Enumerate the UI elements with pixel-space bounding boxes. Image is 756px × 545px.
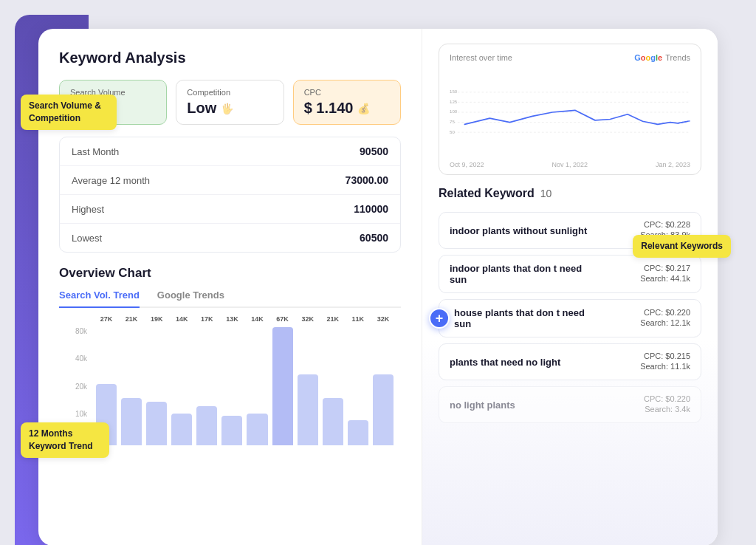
keyword-search-5: Search: 3.4k: [644, 405, 690, 414]
bar-11[interactable]: 11K: [348, 327, 368, 445]
x-label-nov: Nov 1, 2022: [551, 161, 588, 168]
svg-text:100: 100: [450, 109, 458, 114]
keyword-item-3: + house plants that don t need sun CPC: …: [439, 299, 701, 337]
keyword-meta-3: CPC: $0.220 Search: 12.1k: [640, 308, 690, 329]
keyword-analysis-title: Keyword Analysis: [59, 49, 401, 66]
related-keywords-header: Related Keyword 10: [439, 187, 701, 200]
annotation-relevant-keywords: Relevant Keywords: [633, 235, 731, 258]
y-label-80k: 80k: [59, 327, 92, 335]
svg-text:75: 75: [450, 119, 455, 124]
keyword-meta-4: CPC: $0.215 Search: 11.1k: [640, 352, 690, 372]
stat-row-avg12: Average 12 month 73000.00: [60, 166, 400, 195]
bar-5[interactable]: 17K: [196, 327, 217, 445]
keyword-item-5: no light plants CPC: $0.220 Search: 3.4k: [439, 386, 701, 423]
keyword-name-3: house plants that don t need sun: [450, 307, 597, 329]
stat-label-highest: Highest: [72, 204, 104, 215]
x-label-jan: Jan 2, 2023: [656, 161, 690, 168]
keyword-meta-5: CPC: $0.220 Search: 3.4k: [644, 394, 690, 415]
stat-label-last-month: Last Month: [72, 146, 119, 157]
competition-box: Competition Low 🖐: [176, 80, 284, 125]
trends-x-labels: Oct 9, 2022 Nov 1, 2022 Jan 2, 2023: [450, 161, 690, 168]
bar-10[interactable]: 21K: [323, 327, 343, 445]
add-keyword-button[interactable]: +: [429, 308, 450, 329]
main-card: Keyword Analysis Search Volume 74k 🔍 Com…: [38, 29, 718, 545]
cpc-value: $ 1.140 💰: [304, 100, 390, 117]
stat-value-last-month: 90500: [360, 145, 388, 157]
keyword-name-1: indoor plants without sunlight: [450, 225, 587, 236]
trends-chart-box: Interest over time Google Trends: [439, 44, 701, 175]
related-keyword-title: Related Keyword: [439, 187, 535, 200]
stat-value-highest: 110000: [354, 203, 388, 215]
bar-2[interactable]: 21K: [121, 327, 142, 445]
keyword-name-4: plants that need no light: [450, 357, 560, 368]
trends-word: Trends: [665, 53, 690, 62]
google-trends-logo: Google Trends: [634, 53, 690, 62]
overview-chart-title: Overview Chart: [59, 266, 401, 281]
stat-label-lowest: Lowest: [72, 233, 102, 244]
stat-value-avg12: 73000.00: [346, 174, 388, 186]
bar-6[interactable]: 13K: [221, 327, 242, 445]
keyword-item-4: plants that need no light CPC: $0.215 Se…: [439, 343, 701, 380]
y-label-20k: 20k: [59, 383, 92, 391]
tab-google-trends[interactable]: Google Trends: [157, 289, 224, 306]
cpc-label: CPC: [304, 88, 390, 97]
svg-text:150: 150: [450, 89, 458, 94]
annotation-12months: 12 Months Keyword Trend: [21, 422, 109, 458]
svg-text:50: 50: [450, 129, 455, 134]
trends-line-chart: 150 125 100 75 50: [450, 68, 690, 157]
trends-header: Interest over time Google Trends: [450, 53, 690, 62]
keyword-cpc-2: CPC: $0.217: [640, 264, 690, 272]
keyword-cpc-4: CPC: $0.215: [640, 352, 690, 360]
stat-row-last-month: Last Month 90500: [60, 137, 400, 166]
bar-3[interactable]: 19K: [146, 327, 167, 445]
keyword-search-2: Search: 44.1k: [640, 274, 690, 283]
outer-wrapper: Search Volume & Competition 12 Months Ke…: [15, 15, 741, 545]
keyword-name-2: indoor plants that don t need sun: [450, 263, 597, 285]
competition-label: Competition: [187, 88, 272, 97]
bar-7[interactable]: 14K: [247, 327, 267, 445]
bar-9[interactable]: 32K: [298, 327, 318, 445]
related-keyword-count: 10: [540, 188, 552, 199]
bar-chart-container: 80k 40k 20k 10k 5k 27K 21K 19K: [59, 320, 401, 467]
interest-over-time-label: Interest over time: [450, 53, 512, 62]
bar-12[interactable]: 32K: [373, 327, 394, 445]
bar-8[interactable]: 67K: [272, 327, 293, 445]
svg-text:125: 125: [450, 99, 458, 104]
y-label-40k: 40k: [59, 354, 92, 363]
stat-value-lowest: 60500: [360, 232, 388, 244]
competition-value: Low 🖐: [187, 100, 272, 117]
cpc-icon: 💰: [357, 103, 370, 114]
y-label-10k: 10k: [59, 410, 92, 418]
chart-tabs: Search Vol. Trend Google Trends: [59, 289, 401, 308]
competition-icon: 🖐: [221, 103, 233, 114]
bar-4[interactable]: 14K: [171, 327, 192, 445]
x-label-oct: Oct 9, 2022: [450, 161, 484, 168]
keyword-search-3: Search: 12.1k: [640, 318, 690, 327]
keyword-cpc-3: CPC: $0.220: [640, 308, 690, 317]
stats-table: Last Month 90500 Average 12 month 73000.…: [59, 137, 401, 253]
stat-row-highest: Highest 110000: [60, 195, 400, 224]
keyword-item-2: indoor plants that don t need sun CPC: $…: [439, 255, 701, 293]
keyword-name-5: no light plants: [450, 400, 515, 411]
stat-row-lowest: Lowest 60500: [60, 224, 400, 252]
stat-label-avg12: Average 12 month: [72, 175, 150, 186]
keyword-cpc-5: CPC: $0.220: [644, 394, 690, 403]
keyword-meta-2: CPC: $0.217 Search: 44.1k: [640, 264, 690, 284]
keyword-cpc-1: CPC: $0.228: [640, 220, 690, 229]
tab-search-vol-trend[interactable]: Search Vol. Trend: [59, 289, 140, 308]
cpc-box: CPC $ 1.140 💰: [293, 80, 401, 125]
annotation-search-volume: Search Volume & Competition: [21, 95, 117, 130]
keyword-search-4: Search: 11.1k: [640, 362, 690, 371]
right-panel: Interest over time Google Trends: [422, 29, 718, 545]
